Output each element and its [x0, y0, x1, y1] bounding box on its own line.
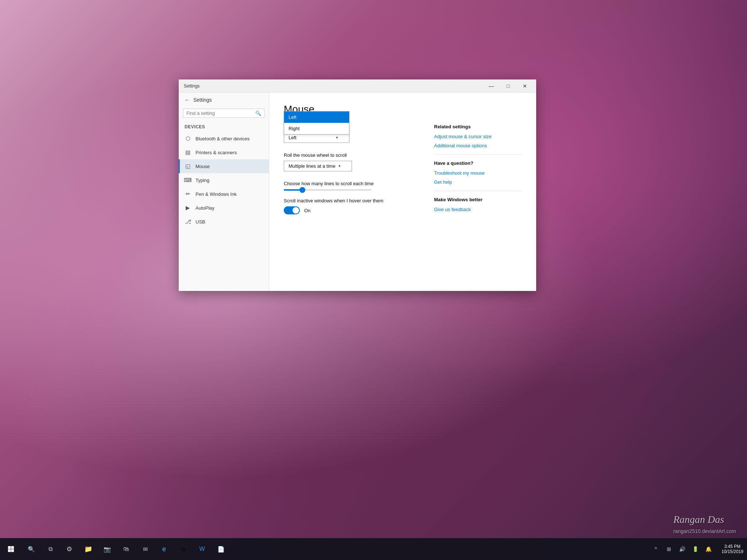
camera-app-icon: 📷	[104, 546, 111, 553]
back-arrow-icon: ←	[185, 97, 190, 103]
scroll-lines-slider-container	[284, 189, 419, 191]
task-view-button[interactable]: ⧉	[41, 538, 60, 560]
scroll-label: Roll the mouse wheel to scroll	[284, 152, 419, 158]
word-app-icon: W	[199, 546, 205, 552]
taskbar-app-edge[interactable]: e	[155, 538, 174, 560]
inactive-scroll-label: Scroll inactive windows when I hover ove…	[284, 198, 419, 203]
get-help-link[interactable]: Get help	[434, 179, 522, 185]
svg-rect-3	[11, 549, 14, 552]
sidebar-search-container[interactable]: 🔍	[183, 109, 264, 118]
window-title: Settings	[184, 83, 200, 89]
task-view-icon: ⧉	[49, 546, 53, 552]
svg-rect-2	[8, 549, 11, 552]
sidebar-item-label: Bluetooth & other devices	[196, 136, 249, 141]
volume-icon[interactable]: 🔊	[676, 538, 689, 560]
notification-icon[interactable]: 🔔	[702, 538, 715, 560]
sidebar-item-bluetooth[interactable]: ⬡ Bluetooth & other devices	[179, 132, 269, 145]
scroll-dropdown-trigger[interactable]: Multiple lines at a time	[284, 161, 352, 171]
give-feedback-link[interactable]: Give us feedback	[434, 207, 522, 212]
dropdown-option-right[interactable]: Right	[284, 123, 349, 134]
sidebar-section-header: Devices	[179, 122, 269, 132]
bluetooth-icon: ⬡	[185, 135, 191, 142]
printers-icon: ▤	[185, 149, 191, 156]
additional-mouse-options-link[interactable]: Additional mouse options	[434, 143, 522, 148]
typing-icon: ⌨	[185, 177, 191, 183]
search-icon: 🔍	[255, 110, 261, 116]
sidebar-item-label: Printers & scanners	[196, 150, 237, 155]
svg-rect-1	[11, 546, 14, 549]
slider-track	[284, 189, 371, 191]
search-input[interactable]	[186, 110, 253, 116]
scroll-lines-label: Choose how many lines to scroll each tim…	[284, 181, 419, 186]
sidebar-item-label: USB	[196, 219, 205, 225]
sidebar-item-usb[interactable]: ⎇ USB	[179, 215, 269, 229]
maximize-button[interactable]: □	[500, 79, 516, 93]
explorer-app-icon: 📁	[84, 545, 92, 553]
sidebar-back-button[interactable]: ← Settings	[179, 93, 269, 107]
sidebar-item-autoplay[interactable]: ▶ AutoPlay	[179, 201, 269, 215]
primary-button-dropdown-container: Left Right Left	[284, 132, 349, 143]
sidebar-item-printers[interactable]: ▤ Printers & scanners	[179, 145, 269, 159]
taskbar-app-word[interactable]: W	[193, 538, 212, 560]
edge-app-icon: e	[162, 545, 166, 553]
taskbar-app-camera[interactable]: 📷	[98, 538, 117, 560]
taskbar-app-explorer[interactable]: 📁	[79, 538, 98, 560]
clock-date: 10/15/2019	[721, 549, 743, 554]
taskbar-clock[interactable]: 3:45 PM 10/15/2019	[718, 538, 747, 560]
content-left: Select your primary button Left Right Le…	[284, 124, 419, 222]
sidebar-item-pen[interactable]: ✏ Pen & Windows Ink	[179, 187, 269, 201]
taskbar-app-settings[interactable]: ⚙	[60, 538, 79, 560]
taskbar-app-store[interactable]: 🛍	[117, 538, 136, 560]
dropdown-option-left[interactable]: Left	[284, 112, 349, 123]
divider-2	[434, 191, 522, 191]
taskbar-apps: ⚙ 📁 📷 🛍 ✉ e ⊙ W 📄	[60, 538, 649, 560]
adjust-mouse-link[interactable]: Adjust mouse & cursor size	[434, 134, 522, 139]
make-windows-better-title: Make Windows better	[434, 197, 522, 202]
autoplay-icon: ▶	[185, 205, 191, 211]
main-content: Mouse Select your primary button Left Ri…	[269, 93, 536, 291]
window-controls: — □ ✕	[483, 79, 533, 93]
sidebar-item-mouse[interactable]: ◱ Mouse	[179, 159, 269, 173]
troubleshoot-link[interactable]: Troubleshoot my mouse	[434, 170, 522, 176]
mouse-icon: ◱	[185, 163, 191, 170]
windows-logo-icon	[8, 546, 14, 552]
pen-icon: ✏	[185, 191, 191, 197]
sidebar-item-typing[interactable]: ⌨ Typing	[179, 173, 269, 187]
divider-1	[434, 154, 522, 155]
files-app-icon: 📄	[217, 546, 225, 553]
content-right: Related settings Adjust mouse & cursor s…	[434, 124, 522, 222]
primary-button-dropdown-menu: Left Right	[284, 111, 349, 135]
taskbar-app-mail[interactable]: ✉	[136, 538, 155, 560]
battery-icon[interactable]: 🔋	[689, 538, 702, 560]
show-hidden-icons[interactable]: ^	[649, 538, 662, 560]
settings-app-icon: ⚙	[66, 545, 72, 553]
inactive-scroll-toggle[interactable]	[284, 206, 300, 214]
toggle-row: On	[284, 206, 419, 214]
start-button[interactable]	[0, 538, 22, 560]
mail-app-icon: ✉	[143, 546, 148, 553]
chrome-app-icon: ⊙	[181, 546, 186, 553]
minimize-button[interactable]: —	[483, 79, 500, 93]
taskbar-search-button[interactable]: 🔍	[22, 538, 41, 560]
scroll-dropdown-container: Multiple lines at a time	[284, 161, 352, 171]
network-icon[interactable]: ⊞	[662, 538, 676, 560]
taskbar: 🔍 ⧉ ⚙ 📁 📷 🛍 ✉ e ⊙ W 📄 ^	[0, 538, 747, 560]
clock-time: 3:45 PM	[724, 544, 741, 549]
slider-thumb[interactable]	[299, 187, 305, 193]
taskbar-search-icon: 🔍	[28, 546, 35, 553]
sidebar-item-label: AutoPlay	[196, 205, 214, 211]
slider-fill	[284, 189, 301, 191]
toggle-thumb	[293, 207, 299, 214]
sidebar-item-label: Pen & Windows Ink	[196, 191, 237, 197]
scroll-lines-group: Choose how many lines to scroll each tim…	[284, 181, 419, 191]
system-tray: ^ ⊞ 🔊 🔋 🔔	[649, 538, 715, 560]
usb-icon: ⎇	[185, 218, 191, 225]
close-button[interactable]: ✕	[516, 79, 533, 93]
sidebar-item-label: Mouse	[196, 164, 210, 169]
taskbar-app-chrome[interactable]: ⊙	[174, 538, 193, 560]
window-body: ← Settings 🔍 Devices ⬡ Bluetooth & other…	[179, 93, 536, 291]
taskbar-app-files[interactable]: 📄	[212, 538, 231, 560]
sidebar-item-label: Typing	[196, 178, 209, 183]
scroll-dropdown-value: Multiple lines at a time	[289, 163, 336, 169]
content-layout: Select your primary button Left Right Le…	[284, 124, 522, 222]
